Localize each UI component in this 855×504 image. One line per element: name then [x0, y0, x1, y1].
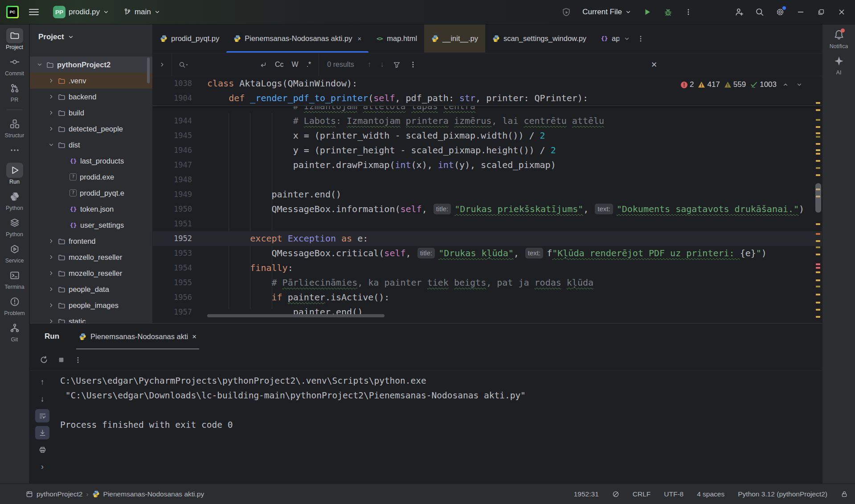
error-stripe-mark[interactable]	[816, 136, 820, 138]
error-stripe-mark[interactable]	[816, 271, 820, 273]
main-menu-button[interactable]	[25, 4, 43, 20]
code-line[interactable]: 1947 painter.drawPixmap(int(x), int(y), …	[153, 158, 822, 172]
code-with-me-button[interactable]	[730, 4, 748, 20]
run-button[interactable]	[638, 4, 656, 20]
error-count[interactable]: 2	[680, 80, 694, 89]
line-separator-selector[interactable]: CRLF	[633, 490, 650, 498]
settings-button[interactable]	[771, 4, 789, 20]
minimize-button[interactable]	[792, 4, 810, 20]
hidden-tabs-button[interactable]	[624, 36, 630, 42]
error-stripe-mark[interactable]	[816, 223, 820, 225]
match-case-toggle[interactable]: Cc	[271, 61, 288, 69]
weak-warning-count[interactable]: 559	[724, 80, 746, 89]
tree-row[interactable]: {}last_products	[30, 153, 152, 169]
tree-row[interactable]: people_images	[30, 297, 152, 313]
error-stripe-mark[interactable]	[816, 267, 820, 269]
error-stripe-mark[interactable]	[816, 160, 820, 162]
debug-button[interactable]	[659, 4, 677, 20]
error-stripe-mark[interactable]	[816, 119, 820, 121]
chevron-down-icon[interactable]	[48, 141, 55, 148]
tool-stripe-item-problems[interactable]: Problem	[1, 294, 29, 316]
error-stripe-mark[interactable]	[816, 316, 820, 318]
error-stripe-mark[interactable]	[816, 109, 820, 111]
find-more-options-button[interactable]	[405, 61, 421, 69]
code-line[interactable]: 1948	[153, 172, 822, 187]
code-line[interactable]: 1945 x = (printer_width - scaled_pixmap.…	[153, 128, 822, 143]
error-stripe-mark[interactable]	[816, 167, 820, 169]
code-line[interactable]: 1904 def _render_pdf_to_printer(self, pd…	[153, 91, 822, 106]
tree-row[interactable]: build	[30, 105, 152, 121]
tree-row[interactable]: dist	[30, 137, 152, 153]
highlighting-level-button[interactable]	[612, 491, 619, 498]
tool-stripe-item-notifications[interactable]: Notifica	[825, 27, 853, 49]
code-line[interactable]: 1952 except Exception as e:	[153, 231, 822, 246]
tool-stripe-item-git[interactable]: Git	[1, 320, 29, 343]
previous-occurrence-button[interactable]: ↑	[363, 60, 376, 69]
chevron-right-icon[interactable]	[48, 125, 55, 132]
tab-options-button[interactable]	[637, 35, 644, 43]
code-line[interactable]: 1957 painter.end()	[153, 305, 822, 320]
code-line[interactable]: 1946 y = (printer_height - scaled_pixmap…	[153, 143, 822, 158]
inspections-widget[interactable]: 2 417 559 1003	[680, 80, 804, 89]
tree-row[interactable]: mozello_reseller	[30, 249, 152, 265]
interpreter-selector[interactable]: Python 3.12 (pythonProject2)	[738, 490, 827, 498]
error-stripe-mark[interactable]	[816, 153, 820, 155]
editor-tab[interactable]: prodid_pyqt.py	[153, 25, 226, 53]
editor-tab[interactable]: {}ap	[593, 25, 619, 53]
error-stripe[interactable]	[814, 76, 822, 323]
write-access-lock-button[interactable]	[841, 491, 848, 498]
run-tab-close-icon[interactable]: ×	[192, 332, 196, 341]
tool-stripe-item-python-packages[interactable]: Python	[1, 215, 29, 238]
editor-tab[interactable]: Pienemsanas-Nodosanas akti.py×	[226, 25, 368, 53]
tool-stripe-item-structure[interactable]: Structur	[1, 116, 29, 139]
code-viewport[interactable]: 1038class AktaLogs(QMainWindow):1904 def…	[153, 76, 822, 323]
chevron-down-icon[interactable]	[36, 61, 43, 68]
indent-selector[interactable]: 4 spaces	[697, 490, 724, 498]
error-stripe-mark[interactable]	[816, 302, 820, 303]
newline-toggle[interactable]	[255, 61, 271, 69]
error-stripe-mark[interactable]	[816, 102, 820, 104]
encoding-selector[interactable]: UTF-8	[664, 490, 683, 498]
error-stripe-mark[interactable]	[816, 254, 820, 255]
tree-row[interactable]: frontend	[30, 233, 152, 249]
tool-stripe-item-ai-assistant[interactable]: AI	[825, 53, 853, 76]
tree-row[interactable]: {}token.json	[30, 201, 152, 217]
run-tab[interactable]: Pienemsanas-Nodosanas akti ×	[76, 324, 199, 349]
error-stripe-mark[interactable]	[816, 294, 820, 295]
project-widget[interactable]: PP prodid.py	[49, 4, 113, 20]
run-more-options-button[interactable]	[74, 356, 82, 364]
horizontal-scrollbar[interactable]	[207, 314, 385, 317]
vcs-branch-widget[interactable]: main	[119, 4, 164, 20]
tool-stripe-item-more[interactable]	[1, 143, 29, 159]
error-stripe-mark[interactable]	[816, 309, 820, 311]
tree-row[interactable]: people_data	[30, 281, 152, 297]
tree-row[interactable]: ?prodid.exe	[30, 169, 152, 185]
stop-button[interactable]	[58, 356, 65, 363]
tree-scrollbar[interactable]	[147, 57, 150, 83]
chevron-right-icon[interactable]	[48, 109, 55, 116]
passed-count[interactable]: 1003	[750, 80, 777, 89]
close-button[interactable]	[833, 4, 851, 20]
tool-stripe-item-python-console[interactable]: Python	[1, 189, 29, 211]
up-stacktrace-button[interactable]: ↑	[35, 375, 49, 389]
scroll-to-end-toggle[interactable]	[35, 426, 49, 439]
code-line[interactable]: 1955 # Pārliecināmies, ka painter tiek b…	[153, 275, 822, 290]
find-close-button[interactable]: ✕	[651, 60, 657, 70]
whole-words-toggle[interactable]: W	[288, 61, 303, 69]
error-stripe-mark[interactable]	[816, 279, 820, 281]
run-configuration-selector[interactable]: Current File	[578, 8, 636, 16]
expand-rail-button[interactable]: ›	[35, 460, 49, 473]
maximize-button[interactable]	[812, 4, 830, 20]
next-occurrence-button[interactable]: ↓	[376, 60, 389, 69]
editor-tab[interactable]: <>map.html	[368, 25, 424, 53]
run-console-output[interactable]: C:\Users\edgar\PycharmProjects\pythonPro…	[60, 373, 813, 432]
code-line[interactable]: 1951	[153, 217, 822, 231]
more-actions-button[interactable]	[679, 4, 697, 20]
tool-stripe-item-run[interactable]: Run	[1, 163, 29, 185]
previous-problem-button[interactable]	[781, 82, 790, 88]
caret-position[interactable]: 1952:31	[574, 490, 599, 498]
error-stripe-mark[interactable]	[816, 149, 820, 151]
tree-row[interactable]: ?prodid_pyqt.e	[30, 185, 152, 201]
tool-stripe-item-commit[interactable]: Commit	[1, 54, 29, 77]
error-stripe-mark[interactable]	[816, 263, 820, 265]
